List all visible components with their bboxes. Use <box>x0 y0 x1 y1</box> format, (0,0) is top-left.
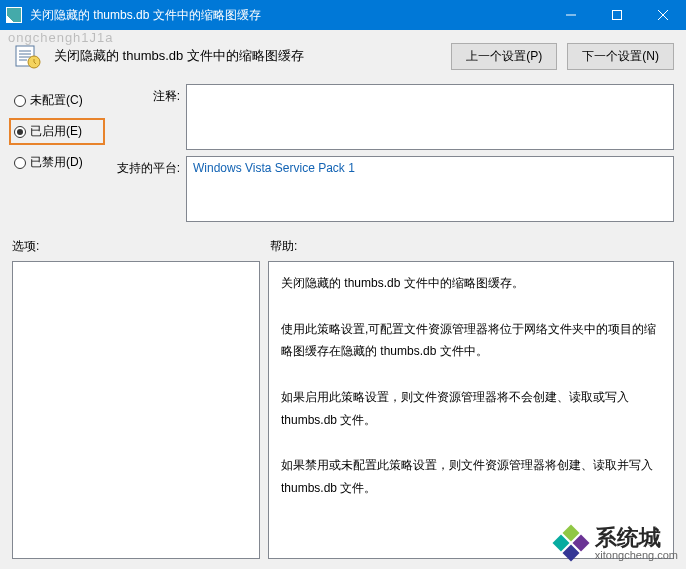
ghost-watermark-text: ongchengh1J1a <box>8 30 114 45</box>
watermark: 系统城 xitongcheng.com <box>555 527 678 561</box>
radio-icon <box>14 157 26 169</box>
fields-column: 注释: 支持的平台: Windows Vista Service Pack 1 <box>110 84 674 222</box>
radio-label: 已禁用(D) <box>30 154 83 171</box>
options-panel[interactable] <box>12 261 260 559</box>
titlebar: 关闭隐藏的 thumbs.db 文件中的缩略图缓存 <box>0 0 686 30</box>
radio-label: 已启用(E) <box>30 123 82 140</box>
platform-label: 支持的平台: <box>110 156 180 177</box>
options-label: 选项: <box>12 238 260 255</box>
watermark-text: 系统城 xitongcheng.com <box>595 527 678 561</box>
radio-enabled[interactable]: 已启用(E) <box>12 121 102 142</box>
policy-title: 关闭隐藏的 thumbs.db 文件中的缩略图缓存 <box>54 47 441 65</box>
minimize-button[interactable] <box>548 0 594 30</box>
close-button[interactable] <box>640 0 686 30</box>
watermark-url: xitongcheng.com <box>595 549 678 561</box>
platform-row: 支持的平台: Windows Vista Service Pack 1 <box>110 156 674 222</box>
radio-disabled[interactable]: 已禁用(D) <box>12 152 102 173</box>
watermark-brand: 系统城 <box>595 527 678 549</box>
platform-textbox: Windows Vista Service Pack 1 <box>186 156 674 222</box>
help-panel: 关闭隐藏的 thumbs.db 文件中的缩略图缓存。 使用此策略设置,可配置文件… <box>268 261 674 559</box>
comment-row: 注释: <box>110 84 674 150</box>
svg-rect-0 <box>613 11 622 20</box>
radio-icon <box>14 126 26 138</box>
main-row: 未配置(C) 已启用(E) 已禁用(D) 注释: 支持的平台: Windows … <box>12 84 674 222</box>
lower-labels: 选项: 帮助: <box>12 238 674 255</box>
radio-icon <box>14 95 26 107</box>
maximize-button[interactable] <box>594 0 640 30</box>
radio-not-configured[interactable]: 未配置(C) <box>12 90 102 111</box>
radio-label: 未配置(C) <box>30 92 83 109</box>
policy-icon-small <box>6 7 22 23</box>
watermark-logo-icon <box>555 527 589 561</box>
content-area: 关闭隐藏的 thumbs.db 文件中的缩略图缓存 上一个设置(P) 下一个设置… <box>0 30 686 569</box>
prev-setting-button[interactable]: 上一个设置(P) <box>451 43 557 70</box>
lower-row: 关闭隐藏的 thumbs.db 文件中的缩略图缓存。 使用此策略设置,可配置文件… <box>12 261 674 559</box>
next-setting-button[interactable]: 下一个设置(N) <box>567 43 674 70</box>
help-label: 帮助: <box>270 238 297 255</box>
comment-label: 注释: <box>110 84 180 105</box>
radio-column: 未配置(C) 已启用(E) 已禁用(D) <box>12 84 102 222</box>
window-title: 关闭隐藏的 thumbs.db 文件中的缩略图缓存 <box>28 7 548 24</box>
comment-textbox[interactable] <box>186 84 674 150</box>
